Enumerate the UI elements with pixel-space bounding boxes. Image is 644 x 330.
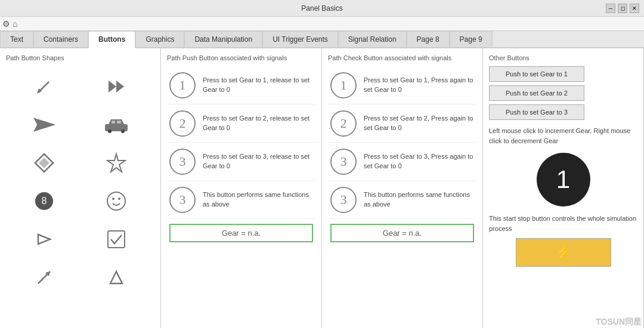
svg-point-7 xyxy=(121,129,125,133)
shape-arrow-diagonal[interactable] xyxy=(11,262,78,293)
shape-8ball[interactable]: 8 xyxy=(11,186,78,217)
tab-ui-trigger-events[interactable]: UI Trigger Events xyxy=(262,31,338,47)
tab-text[interactable]: Text xyxy=(0,31,33,47)
tab-buttons[interactable]: Buttons xyxy=(88,31,135,48)
shape-checkbox[interactable] xyxy=(83,224,150,255)
svg-marker-12 xyxy=(107,154,125,172)
gear-circle[interactable]: 1 xyxy=(537,153,590,206)
shape-smiley[interactable] xyxy=(83,186,150,217)
check-button-rows: 1 Press to set Gear to 1, Press again to… xyxy=(328,66,476,219)
shape-car[interactable] xyxy=(83,109,150,140)
check-button-row-1[interactable]: 2 Press to set Gear to 2, Press again to… xyxy=(328,104,476,143)
star-icon xyxy=(106,152,127,174)
svg-marker-18 xyxy=(38,235,50,244)
push-desc-2: Press to set Gear to 3, release to set G… xyxy=(203,152,313,171)
check-desc-3: This button performs same functions as a… xyxy=(364,190,474,209)
svg-point-6 xyxy=(108,129,112,133)
watermark: TOSUN同星 xyxy=(596,317,642,328)
tab-bar: Text Containers Buttons Graphics Data Ma… xyxy=(0,31,644,48)
check-circle-2: 3 xyxy=(330,149,357,175)
push-circle-3: 3 xyxy=(169,187,196,213)
push-circle-0: 1 xyxy=(169,72,196,98)
shape-arrow-up[interactable] xyxy=(83,262,150,293)
other-buttons-panel: Other Buttons Push to set Gear to 1Push … xyxy=(483,48,644,328)
check-circle-0: 1 xyxy=(330,72,357,98)
push-button-panel: Path Push Button associated with signals… xyxy=(161,48,322,328)
tab-signal-relation[interactable]: Signal Relation xyxy=(338,31,407,47)
skip-forward-icon xyxy=(106,76,127,97)
shapes-panel-title: Path Button Shapes xyxy=(6,54,154,61)
shape-star[interactable] xyxy=(83,147,150,178)
mouse-desc: Left mouse click to increment Gear, Righ… xyxy=(489,126,637,146)
svg-text:8: 8 xyxy=(42,196,47,206)
diamond-icon xyxy=(33,152,55,174)
svg-marker-4 xyxy=(116,81,124,92)
gear-circle-value: 1 xyxy=(556,165,570,194)
app-window: Panel Basics ─ ◻ ✕ ⚙ ⌂ Text Containers B… xyxy=(0,0,644,330)
push-button-row-0[interactable]: 1 Press to set Gear to 1, release to set… xyxy=(167,66,315,104)
check-button-row-3[interactable]: 3 This button performs same functions as… xyxy=(328,181,476,219)
push-desc-0: Press to set Gear to 1, release to set G… xyxy=(203,76,313,94)
startstop-desc: This start stop button controls the whol… xyxy=(489,214,637,233)
push-desc-3: This button performs same functions as a… xyxy=(203,190,313,209)
check-gear-display: Gear = n.a. xyxy=(330,224,474,242)
push-button-row-3[interactable]: 3 This button performs same functions as… xyxy=(167,181,315,219)
svg-rect-19 xyxy=(108,231,125,248)
check-panel-title: Path Check Button associated with signal… xyxy=(328,54,476,61)
minimize-button[interactable]: ─ xyxy=(606,4,615,13)
push-gear-button-0[interactable]: Push to set Gear to 1 xyxy=(489,66,584,82)
push-button-row-2[interactable]: 3 Press to set Gear to 3, release to set… xyxy=(167,143,315,181)
shape-skip-forward[interactable] xyxy=(83,71,150,102)
checkbox-icon xyxy=(106,229,127,250)
pencil-icon xyxy=(33,76,55,97)
arrow-diagonal-icon xyxy=(33,267,55,288)
shapes-panel: Path Button Shapes xyxy=(0,48,161,328)
svg-point-16 xyxy=(112,198,114,200)
push-gear-button-2[interactable]: Push to set Gear to 3 xyxy=(489,104,584,120)
window-controls: ─ ◻ ✕ xyxy=(606,4,639,13)
close-button[interactable]: ✕ xyxy=(630,4,639,13)
push-gear-display: Gear = n.a. xyxy=(169,224,313,242)
check-circle-1: 2 xyxy=(330,110,357,137)
check-button-row-0[interactable]: 1 Press to set Gear to 1, Press again to… xyxy=(328,66,476,104)
settings-icon[interactable]: ⚙ xyxy=(2,19,10,29)
tab-page8[interactable]: Page 8 xyxy=(407,31,450,47)
push-button-rows: 1 Press to set Gear to 1, release to set… xyxy=(167,66,315,219)
svg-rect-8 xyxy=(112,121,115,124)
push-desc-1: Press to set Gear to 2, release to set G… xyxy=(203,114,313,132)
svg-marker-22 xyxy=(110,272,122,283)
push-buttons-list: Push to set Gear to 1Push to set Gear to… xyxy=(489,66,637,120)
arrow-right-icon xyxy=(33,229,55,250)
check-desc-0: Press to set Gear to 1, Press again to s… xyxy=(364,76,474,94)
push-button-row-1[interactable]: 2 Press to set Gear to 2, release to set… xyxy=(167,104,315,143)
svg-marker-11 xyxy=(39,158,49,168)
tab-page9[interactable]: Page 9 xyxy=(450,31,493,47)
push-panel-title: Path Push Button associated with signals xyxy=(167,54,315,61)
svg-point-15 xyxy=(107,192,125,210)
plane-icon xyxy=(32,114,56,135)
shape-pencil[interactable] xyxy=(11,71,78,102)
shapes-grid: 8 xyxy=(6,66,154,298)
car-icon xyxy=(104,116,129,134)
svg-marker-3 xyxy=(109,81,116,92)
check-circle-3: 3 xyxy=(330,187,357,213)
shape-diamond[interactable] xyxy=(11,147,78,178)
check-desc-1: Press to set Gear to 2, Press again to s… xyxy=(364,114,474,132)
svg-point-17 xyxy=(118,198,120,200)
arrow-up-icon xyxy=(106,267,127,288)
svg-rect-9 xyxy=(117,121,121,124)
push-circle-1: 2 xyxy=(169,110,196,137)
check-button-row-2[interactable]: 3 Press to set Gear to 3, Press again to… xyxy=(328,143,476,181)
shape-arrow-right[interactable] xyxy=(11,224,78,255)
tab-containers[interactable]: Containers xyxy=(33,31,88,47)
start-stop-button[interactable]: ⚡ xyxy=(516,238,611,267)
main-content: Path Button Shapes xyxy=(0,48,644,328)
push-gear-button-1[interactable]: Push to set Gear to 2 xyxy=(489,85,584,101)
lightning-icon: ⚡ xyxy=(555,245,571,260)
tab-data-manipulation[interactable]: Data Manipulation xyxy=(184,31,262,47)
toolbar: ⚙ ⌂ xyxy=(0,17,644,31)
home-icon[interactable]: ⌂ xyxy=(13,19,17,29)
shape-plane[interactable] xyxy=(11,109,78,140)
restore-button[interactable]: ◻ xyxy=(618,4,627,13)
tab-graphics[interactable]: Graphics xyxy=(135,31,184,47)
